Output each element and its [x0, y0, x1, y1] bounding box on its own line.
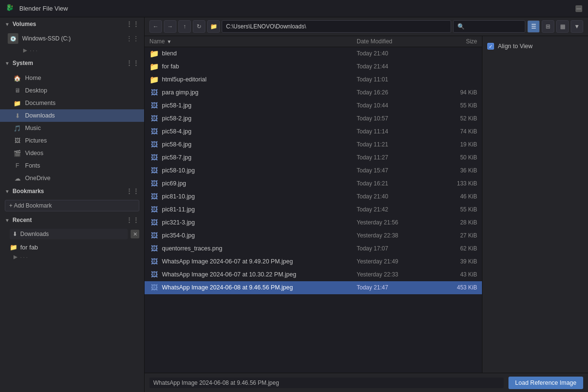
- file-type-icon: 🖼: [149, 179, 159, 188]
- add-bookmark-button[interactable]: + Add Bookmark: [5, 200, 139, 211]
- load-reference-image-button[interactable]: Load Reference Image: [508, 377, 583, 389]
- file-date: Today 11:14: [357, 128, 434, 135]
- sidebar-item-downloads[interactable]: ⬇ Downloads: [0, 109, 144, 122]
- align-to-view-checkbox[interactable]: ✓: [487, 43, 494, 50]
- file-row[interactable]: 🖼 pic58-6.jpg Today 11:21 19 KiB: [145, 138, 482, 151]
- file-row[interactable]: 🖼 pic69.jpg Today 16:21 133 KiB: [145, 177, 482, 190]
- volumes-label: Volumes: [13, 21, 36, 27]
- fonts-icon: F: [13, 162, 21, 170]
- view-grid-large-button[interactable]: ▦: [556, 20, 569, 33]
- file-type-icon: 🖼: [149, 257, 159, 266]
- file-row[interactable]: 🖼 quentorres_traces.png Today 17:07 62 K…: [145, 242, 482, 255]
- file-type-icon: 📁: [149, 75, 159, 84]
- file-type-icon: 🖼: [149, 270, 159, 279]
- sidebar-item-music[interactable]: 🎵 Music: [0, 122, 144, 134]
- volumes-options-icon[interactable]: ⋮⋮: [126, 20, 139, 28]
- recent-item-downloads-recent[interactable]: ⬇ Downloads ✕: [0, 227, 144, 241]
- file-row[interactable]: 🖼 WhatsApp Image 2024-06-08 at 9.46.56 P…: [145, 281, 482, 294]
- file-name: pic58-10.jpg: [162, 167, 357, 174]
- image-icon: 🖼: [151, 245, 158, 252]
- system-header[interactable]: ▼ System ⋮⋮: [0, 56, 144, 70]
- file-row[interactable]: 📁 for fab Today 21:44: [145, 60, 482, 73]
- sidebar-item-videos[interactable]: 🎬 Videos: [0, 147, 144, 159]
- file-row[interactable]: 🖼 WhatsApp Image 2024-06-07 at 9.49.20 P…: [145, 255, 482, 268]
- expand-arrow: ▶: [13, 254, 17, 260]
- minimize-button[interactable]: —: [575, 5, 582, 12]
- view-options-button[interactable]: ▼: [571, 20, 583, 33]
- sidebar-section-system: ▼ System ⋮⋮: [0, 56, 144, 70]
- file-row[interactable]: 🖼 pic81-11.jpg Today 21:42 55 KiB: [145, 203, 482, 216]
- recent-item-close-downloads-recent[interactable]: ✕: [131, 230, 139, 238]
- file-row[interactable]: 🖼 pic58-10.jpg Today 15:47 36 KiB: [145, 164, 482, 177]
- file-row[interactable]: 🖼 para gimp.jpg Today 16:26 94 KiB: [145, 86, 482, 99]
- file-list-header: Name ▼ Date Modified Size: [145, 36, 482, 47]
- sidebar-item-label-onedrive: OneDrive: [25, 175, 51, 182]
- drive-icon: 💽: [8, 33, 18, 44]
- bookmarks-options-icon[interactable]: ⋮⋮: [126, 187, 139, 195]
- file-row[interactable]: 📁 blend Today 21:40: [145, 47, 482, 60]
- sidebar-item-onedrive[interactable]: ☁ OneDrive: [0, 172, 144, 184]
- header-size[interactable]: Size: [434, 38, 477, 45]
- align-to-view-row: ✓ Align to View: [487, 41, 583, 52]
- new-folder-button[interactable]: 📁: [207, 20, 220, 33]
- volumes-header[interactable]: ▼ Volumes ⋮⋮: [0, 17, 144, 31]
- file-name: blend: [162, 50, 357, 57]
- sidebar-item-fonts[interactable]: F Fonts: [0, 159, 144, 172]
- up-button[interactable]: ↑: [178, 20, 191, 33]
- file-name: para gimp.jpg: [162, 89, 357, 96]
- recent-header[interactable]: ▼ Recent ⋮⋮: [0, 213, 144, 227]
- view-list-button[interactable]: ☰: [527, 20, 540, 33]
- sidebar: ▼ Volumes ⋮⋮ 💽 Windows-SSD (C:) ⋮⋮ ▶ · ·…: [0, 17, 145, 392]
- refresh-button[interactable]: ↻: [193, 20, 205, 33]
- search-input[interactable]: [453, 20, 525, 33]
- file-row[interactable]: 🖼 pic58-1.jpg Today 10:44 55 KiB: [145, 99, 482, 112]
- address-bar[interactable]: [222, 20, 451, 33]
- expand-dots: · · ·: [30, 48, 37, 53]
- file-date: Today 21:42: [357, 206, 434, 213]
- system-options-icon[interactable]: ⋮⋮: [126, 59, 139, 67]
- header-name[interactable]: Name ▼: [149, 38, 357, 45]
- file-type-icon: 🖼: [149, 140, 159, 149]
- back-button[interactable]: ←: [149, 20, 162, 33]
- file-row[interactable]: 🖼 WhatsApp Image 2024-06-07 at 10.30.22 …: [145, 268, 482, 281]
- file-type-icon: 🖼: [149, 127, 159, 136]
- file-date: Today 21:44: [357, 63, 434, 70]
- file-row[interactable]: 🖼 pic81-10.jpg Today 21:40 46 KiB: [145, 190, 482, 203]
- image-icon: 🖼: [151, 258, 158, 265]
- file-row[interactable]: 🖼 pic58-7.jpg Today 11:27 50 KiB: [145, 151, 482, 164]
- recent-item-label-downloads-recent: Downloads: [20, 231, 49, 237]
- file-size: 55 KiB: [434, 206, 477, 213]
- file-row[interactable]: 🖼 pic321-3.jpg Yesterday 21:56 28 KiB: [145, 216, 482, 229]
- recent-expand[interactable]: ▶· · ·: [0, 253, 144, 261]
- forward-button[interactable]: →: [164, 20, 176, 33]
- add-bookmark-label: + Add Bookmark: [9, 202, 52, 209]
- file-name: html5up-editorial: [162, 76, 357, 83]
- view-grid-small-button[interactable]: ⊞: [542, 20, 554, 33]
- file-row[interactable]: 🖼 pic58-4.jpg Today 11:14 74 KiB: [145, 125, 482, 138]
- drive-options-icon[interactable]: ⋮⋮: [126, 35, 139, 42]
- file-row[interactable]: 🖼 pic58-2.jpg Today 10:57 52 KiB: [145, 112, 482, 125]
- file-type-icon: 🖼: [149, 231, 159, 240]
- image-icon: 🖼: [151, 284, 158, 291]
- file-type-icon: 🖼: [149, 88, 159, 97]
- header-date[interactable]: Date Modified: [357, 38, 434, 45]
- folder-icon: 📁: [149, 49, 159, 58]
- bookmarks-header[interactable]: ▼ Bookmarks ⋮⋮: [0, 184, 144, 198]
- sidebar-item-windows-drive[interactable]: 💽 Windows-SSD (C:) ⋮⋮: [0, 31, 144, 46]
- expand-dots: · · ·: [20, 254, 27, 260]
- documents-icon: 📁: [13, 99, 21, 107]
- drive-expand[interactable]: ▶ · · ·: [0, 46, 144, 54]
- sidebar-item-pictures[interactable]: 🖼 Pictures: [0, 134, 144, 147]
- folder-icon: 📁: [149, 75, 159, 84]
- sidebar-item-label-downloads: Downloads: [25, 112, 55, 119]
- file-row[interactable]: 📁 html5up-editorial Today 11:01: [145, 73, 482, 86]
- sidebar-item-desktop[interactable]: 🖥 Desktop: [0, 84, 144, 97]
- recent-item-forfab-recent[interactable]: 📁 for fab: [0, 241, 144, 253]
- onedrive-icon: ☁: [13, 174, 21, 182]
- sidebar-item-documents[interactable]: 📁 Documents: [0, 97, 144, 109]
- recent-options-icon[interactable]: ⋮⋮: [126, 216, 139, 224]
- sidebar-item-home[interactable]: 🏠 Home: [0, 72, 144, 84]
- content-area: ← → ↑ ↻ 📁 ☰ ⊞ ▦ ▼ Name ▼ Date Modified: [145, 17, 588, 392]
- file-name: pic58-1.jpg: [162, 102, 357, 109]
- file-row[interactable]: 🖼 pic354-0.jpg Yesterday 22:38 27 KiB: [145, 229, 482, 242]
